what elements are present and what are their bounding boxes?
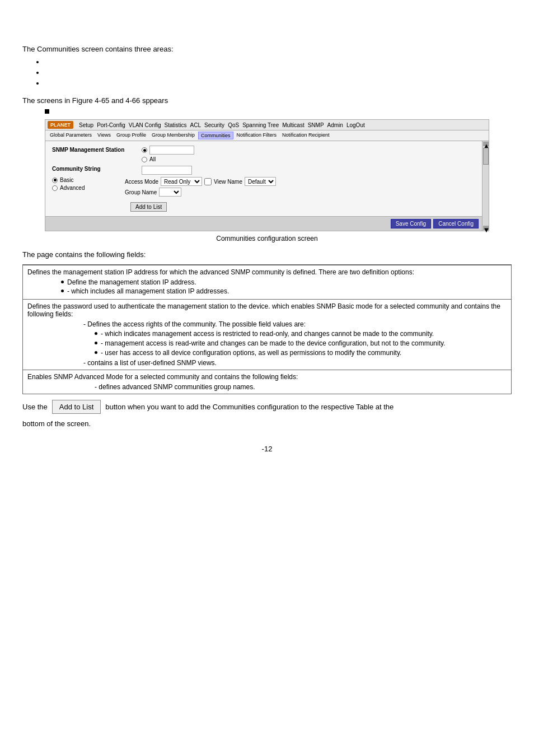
sub-nav: Global Parameters Views Group Profile Gr… bbox=[45, 130, 489, 141]
screenshot-container: PLANET Setup Port-Config VLAN Config Sta… bbox=[45, 119, 489, 231]
field-desc-2: Defines the password used to authenticat… bbox=[23, 300, 512, 370]
nav-setup[interactable]: Setup bbox=[79, 122, 93, 128]
subnav-communities[interactable]: Communities bbox=[198, 132, 233, 139]
field-desc-3-main: Enables SNMP Advanced Mode for a selecte… bbox=[27, 373, 507, 381]
bullet-dot-4 bbox=[95, 342, 97, 344]
radio-all: All bbox=[142, 156, 194, 162]
community-string-row: Community String bbox=[52, 166, 475, 175]
page-number: -12 bbox=[22, 445, 512, 453]
subnav-group-membership[interactable]: Group Membership bbox=[149, 132, 197, 139]
field-2-sub: - Defines the access rights of the commu… bbox=[83, 320, 507, 357]
access-mode-row: Access Mode Read Only Read Write Admin V… bbox=[125, 177, 276, 186]
nav-vlan-config[interactable]: VLAN Config bbox=[129, 122, 161, 128]
bullet-1 bbox=[45, 58, 512, 66]
bullet-3 bbox=[45, 79, 512, 87]
mode-row: Basic Advanced Access Mode Rea bbox=[52, 177, 475, 197]
field-2-b2-text: - management access is read-write and ch… bbox=[101, 339, 445, 347]
screen-main: SNMP Management Station All bbox=[45, 141, 482, 231]
add-to-list-button[interactable]: Add to List bbox=[130, 202, 167, 212]
subnav-notification-recipient[interactable]: Notification Recipient bbox=[280, 132, 332, 139]
field-desc-1-main: Defines the management station IP addres… bbox=[27, 268, 507, 276]
nav-logout[interactable]: LogOut bbox=[346, 122, 365, 128]
field-row-3: Enables SNMP Advanced Mode for a selecte… bbox=[23, 370, 512, 394]
field-2-b1: - which indicates management access is r… bbox=[95, 330, 507, 338]
planet-logo: PLANET bbox=[48, 121, 73, 129]
field-2-views: - contains a list of user-defined SNMP v… bbox=[83, 359, 507, 367]
scrollbar[interactable]: ▲ ▼ bbox=[482, 141, 489, 231]
bullet-dot-1 bbox=[61, 281, 64, 283]
snmp-station-row: SNMP Management Station All bbox=[52, 146, 475, 162]
subnav-notification-filters[interactable]: Notification Filters bbox=[235, 132, 279, 139]
field-1-bullet-1: Define the management station IP address… bbox=[61, 278, 507, 286]
community-string-input[interactable] bbox=[142, 166, 192, 175]
nav-spanning-tree[interactable]: Spanning Tree bbox=[242, 122, 279, 128]
bottom-text: bottom of the screen. bbox=[22, 419, 512, 428]
field-2-b3-text: - user has access to all device configur… bbox=[101, 349, 401, 357]
nav-multicast[interactable]: Multicast bbox=[282, 122, 304, 128]
field-1-b1-text: Define the management station IP address… bbox=[67, 278, 196, 286]
nav-admin[interactable]: Admin bbox=[327, 122, 343, 128]
figure-text: The screens in Figure 4-65 and 4-66 sppe… bbox=[22, 96, 512, 105]
radio-all-label: All bbox=[149, 156, 156, 162]
add-btn-row: Add to List bbox=[52, 200, 475, 212]
nav-acl[interactable]: ACL bbox=[190, 122, 201, 128]
nav-bar: PLANET Setup Port-Config VLAN Config Sta… bbox=[45, 120, 489, 130]
access-group: Access Mode Read Only Read Write Admin V… bbox=[125, 177, 276, 197]
basic-label: Basic bbox=[60, 177, 73, 183]
scroll-up[interactable]: ▲ bbox=[483, 142, 489, 146]
radio-advanced: Advanced bbox=[52, 185, 108, 191]
screen-inner: SNMP Management Station All bbox=[45, 141, 489, 231]
fields-intro: The page contains the following fields: bbox=[22, 250, 512, 259]
nav-port-config[interactable]: Port-Config bbox=[97, 122, 125, 128]
field-3-sub: - defines advanced SNMP communities grou… bbox=[95, 383, 507, 391]
field-1-b2-text: - which includes all management station … bbox=[67, 287, 229, 295]
field-desc-2-main: Defines the password used to authenticat… bbox=[27, 302, 507, 318]
group-name-select[interactable] bbox=[159, 188, 181, 197]
field-2-b1-text: - which indicates management access is r… bbox=[101, 330, 434, 338]
field-1-bullet-2: - which includes all management station … bbox=[61, 287, 507, 295]
group-name-label: Group Name bbox=[125, 189, 157, 195]
use-the-text: Use the bbox=[22, 403, 48, 411]
subnav-global[interactable]: Global Parameters bbox=[48, 132, 94, 139]
field-2-access: - Defines the access rights of the commu… bbox=[83, 320, 507, 328]
square-bullet bbox=[45, 109, 49, 114]
fields-table: Defines the management station IP addres… bbox=[22, 264, 512, 394]
nav-statistics[interactable]: Statistics bbox=[165, 122, 187, 128]
add-to-list-section: Use the Add to List button when you want… bbox=[22, 400, 512, 414]
field-desc-3: Enables SNMP Advanced Mode for a selecte… bbox=[23, 370, 512, 394]
radio-basic-dot[interactable] bbox=[52, 178, 58, 183]
radio-advanced-dot[interactable] bbox=[52, 185, 58, 191]
cancel-config-button[interactable]: Cancel Config bbox=[433, 219, 479, 228]
scroll-thumb[interactable] bbox=[483, 148, 489, 165]
add-to-list-suffix: button when you want to add the Communit… bbox=[105, 403, 394, 411]
radio-ip bbox=[142, 146, 194, 155]
add-to-list-demo-button[interactable]: Add to List bbox=[52, 400, 101, 414]
snmp-ip-input[interactable] bbox=[149, 146, 194, 155]
screenshot-caption: Communities configuration screen bbox=[22, 235, 512, 242]
access-mode-label: Access Mode bbox=[125, 179, 158, 185]
nav-security[interactable]: Security bbox=[204, 122, 224, 128]
bullet-dot-5 bbox=[95, 351, 97, 354]
page-content: The Communities screen contains three ar… bbox=[22, 45, 512, 453]
subnav-views[interactable]: Views bbox=[95, 132, 113, 139]
view-name-select[interactable]: Default bbox=[245, 177, 276, 186]
advanced-label: Advanced bbox=[60, 185, 85, 191]
access-mode-select[interactable]: Read Only Read Write Admin bbox=[161, 177, 202, 186]
bullet-2 bbox=[45, 68, 512, 77]
radio-ip-dot[interactable] bbox=[142, 147, 147, 153]
bullet-list bbox=[45, 58, 512, 87]
bottom-bar: Save Config Cancel Config bbox=[45, 216, 482, 231]
bullet-dot-2 bbox=[61, 290, 64, 292]
save-config-button[interactable]: Save Config bbox=[391, 219, 431, 228]
subnav-group-profile[interactable]: Group Profile bbox=[114, 132, 148, 139]
radio-all-dot[interactable] bbox=[142, 157, 147, 162]
view-name-label: View Name bbox=[214, 179, 242, 185]
field-row-2: Defines the password used to authenticat… bbox=[23, 300, 512, 370]
nav-qos[interactable]: QoS bbox=[228, 122, 239, 128]
nav-snmp[interactable]: SNMP bbox=[308, 122, 324, 128]
group-name-row: Group Name bbox=[125, 188, 276, 197]
field-row-1: Defines the management station IP addres… bbox=[23, 265, 512, 300]
view-name-checkbox[interactable] bbox=[204, 178, 212, 185]
field-1-bullets: Define the management station IP address… bbox=[27, 278, 507, 295]
scroll-down[interactable]: ▼ bbox=[483, 226, 489, 230]
